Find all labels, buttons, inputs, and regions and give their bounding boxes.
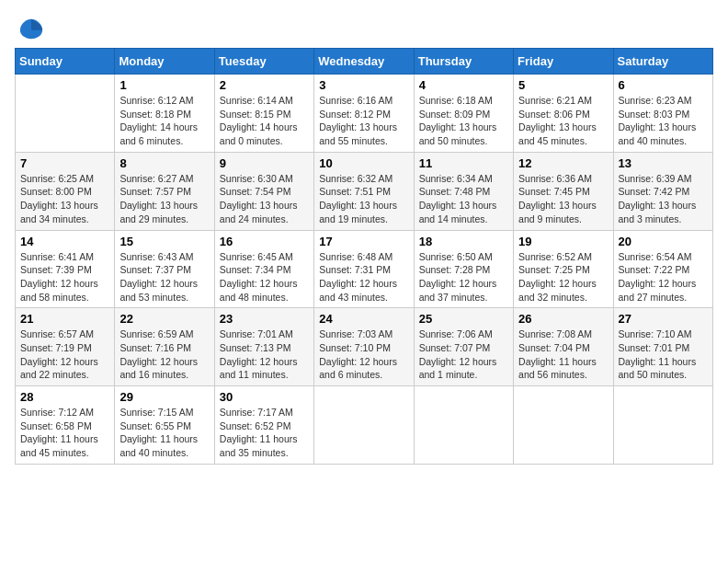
day-number: 6 [619,78,708,92]
page-header [15,15,713,40]
logo [15,15,44,40]
calendar-cell: 25Sunrise: 7:06 AMSunset: 7:07 PMDayligh… [414,308,513,386]
day-info: Sunrise: 7:12 AMSunset: 6:58 PMDaylight:… [20,406,109,460]
day-info: Sunrise: 6:52 AMSunset: 7:25 PMDaylight:… [518,250,608,304]
day-number: 5 [518,78,608,92]
day-info: Sunrise: 6:41 AMSunset: 7:39 PMDaylight:… [20,250,109,304]
day-number: 19 [518,235,608,248]
day-number: 28 [20,390,109,404]
calendar-cell [16,75,115,153]
calendar-cell [414,386,513,465]
day-info: Sunrise: 6:34 AMSunset: 7:48 PMDaylight:… [419,172,508,226]
calendar-cell: 20Sunrise: 6:54 AMSunset: 7:22 PMDayligh… [613,230,712,308]
calendar-cell: 26Sunrise: 7:08 AMSunset: 7:04 PMDayligh… [514,308,613,386]
calendar-cell: 12Sunrise: 6:36 AMSunset: 7:45 PMDayligh… [514,152,613,230]
day-number: 22 [119,312,209,326]
day-info: Sunrise: 6:12 AMSunset: 8:18 PMDaylight:… [119,94,209,148]
calendar-cell: 19Sunrise: 6:52 AMSunset: 7:25 PMDayligh… [514,230,613,308]
day-number: 7 [20,156,109,170]
day-info: Sunrise: 6:39 AMSunset: 7:42 PMDaylight:… [619,172,708,226]
calendar-cell: 15Sunrise: 6:43 AMSunset: 7:37 PMDayligh… [115,230,214,308]
calendar-cell: 22Sunrise: 6:59 AMSunset: 7:16 PMDayligh… [115,308,214,386]
day-info: Sunrise: 6:18 AMSunset: 8:09 PMDaylight:… [419,94,508,148]
calendar-cell: 10Sunrise: 6:32 AMSunset: 7:51 PMDayligh… [314,152,414,230]
day-number: 3 [319,78,408,92]
calendar-cell: 9Sunrise: 6:30 AMSunset: 7:54 PMDaylight… [214,152,313,230]
calendar-cell: 23Sunrise: 7:01 AMSunset: 7:13 PMDayligh… [214,308,313,386]
day-info: Sunrise: 6:16 AMSunset: 8:12 PMDaylight:… [319,94,408,148]
day-number: 29 [119,390,209,404]
day-number: 25 [419,312,508,326]
calendar-cell [613,386,712,465]
day-info: Sunrise: 7:08 AMSunset: 7:04 PMDaylight:… [518,327,608,382]
calendar-cell: 2Sunrise: 6:14 AMSunset: 8:15 PMDaylight… [214,75,313,153]
calendar-week-row: 21Sunrise: 6:57 AMSunset: 7:19 PMDayligh… [16,308,713,386]
calendar-cell: 27Sunrise: 7:10 AMSunset: 7:01 PMDayligh… [613,308,712,386]
day-number: 20 [619,235,708,248]
day-info: Sunrise: 6:25 AMSunset: 8:00 PMDaylight:… [20,172,109,226]
day-number: 14 [20,235,109,248]
calendar-cell: 5Sunrise: 6:21 AMSunset: 8:06 PMDaylight… [514,75,613,153]
day-number: 1 [119,78,209,92]
day-info: Sunrise: 7:17 AMSunset: 6:52 PMDaylight:… [220,406,309,460]
weekday-header-sunday: Sunday [16,49,115,75]
day-info: Sunrise: 6:59 AMSunset: 7:16 PMDaylight:… [119,327,209,382]
day-info: Sunrise: 6:27 AMSunset: 7:57 PMDaylight:… [119,172,209,226]
calendar-week-row: 14Sunrise: 6:41 AMSunset: 7:39 PMDayligh… [16,230,713,308]
day-info: Sunrise: 7:01 AMSunset: 7:13 PMDaylight:… [220,327,309,382]
day-number: 12 [518,156,608,170]
day-info: Sunrise: 6:23 AMSunset: 8:03 PMDaylight:… [619,94,708,148]
calendar-cell: 28Sunrise: 7:12 AMSunset: 6:58 PMDayligh… [16,386,115,465]
calendar-week-row: 7Sunrise: 6:25 AMSunset: 8:00 PMDaylight… [16,152,713,230]
day-number: 2 [220,78,309,92]
calendar-cell [314,386,414,465]
day-info: Sunrise: 6:30 AMSunset: 7:54 PMDaylight:… [220,172,309,226]
weekday-header-row: SundayMondayTuesdayWednesdayThursdayFrid… [16,49,713,75]
calendar-cell: 1Sunrise: 6:12 AMSunset: 8:18 PMDaylight… [115,75,214,153]
calendar-cell: 17Sunrise: 6:48 AMSunset: 7:31 PMDayligh… [314,230,414,308]
calendar-cell: 13Sunrise: 6:39 AMSunset: 7:42 PMDayligh… [613,152,712,230]
day-number: 18 [419,235,508,248]
day-info: Sunrise: 6:14 AMSunset: 8:15 PMDaylight:… [220,94,309,148]
day-number: 16 [220,235,309,248]
weekday-header-friday: Friday [514,49,613,75]
calendar-table: SundayMondayTuesdayWednesdayThursdayFrid… [15,48,713,465]
day-info: Sunrise: 6:48 AMSunset: 7:31 PMDaylight:… [319,250,408,304]
calendar-cell: 21Sunrise: 6:57 AMSunset: 7:19 PMDayligh… [16,308,115,386]
day-info: Sunrise: 6:54 AMSunset: 7:22 PMDaylight:… [619,250,708,304]
weekday-header-saturday: Saturday [613,49,712,75]
weekday-header-tuesday: Tuesday [214,49,313,75]
calendar-cell: 29Sunrise: 7:15 AMSunset: 6:55 PMDayligh… [115,386,214,465]
day-number: 10 [319,156,408,170]
day-number: 11 [419,156,508,170]
day-info: Sunrise: 6:36 AMSunset: 7:45 PMDaylight:… [518,172,608,226]
day-info: Sunrise: 6:21 AMSunset: 8:06 PMDaylight:… [518,94,608,148]
calendar-cell: 4Sunrise: 6:18 AMSunset: 8:09 PMDaylight… [414,75,513,153]
day-number: 30 [220,390,309,404]
calendar-cell: 16Sunrise: 6:45 AMSunset: 7:34 PMDayligh… [214,230,313,308]
day-number: 17 [319,235,408,248]
calendar-week-row: 1Sunrise: 6:12 AMSunset: 8:18 PMDaylight… [16,75,713,153]
day-info: Sunrise: 7:15 AMSunset: 6:55 PMDaylight:… [119,406,209,460]
calendar-cell [514,386,613,465]
day-number: 21 [20,312,109,326]
logo-icon [18,15,44,40]
day-number: 27 [619,312,708,326]
day-info: Sunrise: 6:45 AMSunset: 7:34 PMDaylight:… [220,250,309,304]
day-number: 8 [119,156,209,170]
calendar-cell: 6Sunrise: 6:23 AMSunset: 8:03 PMDaylight… [613,75,712,153]
calendar-cell: 11Sunrise: 6:34 AMSunset: 7:48 PMDayligh… [414,152,513,230]
calendar-cell: 14Sunrise: 6:41 AMSunset: 7:39 PMDayligh… [16,230,115,308]
day-info: Sunrise: 6:43 AMSunset: 7:37 PMDaylight:… [119,250,209,304]
calendar-cell: 8Sunrise: 6:27 AMSunset: 7:57 PMDaylight… [115,152,214,230]
weekday-header-wednesday: Wednesday [314,49,414,75]
day-info: Sunrise: 7:03 AMSunset: 7:10 PMDaylight:… [319,327,408,382]
weekday-header-thursday: Thursday [414,49,513,75]
day-info: Sunrise: 6:57 AMSunset: 7:19 PMDaylight:… [20,327,109,382]
weekday-header-monday: Monday [115,49,214,75]
day-number: 9 [220,156,309,170]
day-number: 15 [119,235,209,248]
day-number: 24 [319,312,408,326]
calendar-cell: 24Sunrise: 7:03 AMSunset: 7:10 PMDayligh… [314,308,414,386]
day-number: 26 [518,312,608,326]
